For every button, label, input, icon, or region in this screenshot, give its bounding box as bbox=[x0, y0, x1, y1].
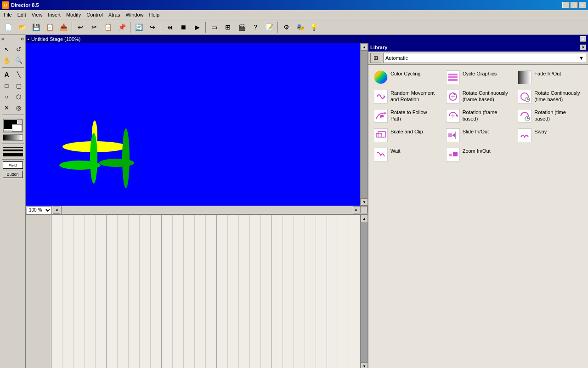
new-button[interactable]: 📄 bbox=[2, 21, 15, 33]
fade-icon bbox=[518, 70, 531, 84]
stop-button[interactable]: ⏹ bbox=[177, 21, 190, 33]
svg-marker-29 bbox=[452, 133, 455, 137]
film-loop-button[interactable]: 🎬 bbox=[235, 21, 248, 33]
library-item-fade[interactable]: Fade In/Out bbox=[516, 69, 584, 86]
timeline-scroll-up[interactable]: ▲ bbox=[361, 215, 368, 222]
minimize-button[interactable]: _ bbox=[562, 2, 570, 8]
scroll-up-arrow[interactable]: ▲ bbox=[361, 43, 368, 51]
timeline-vscrollbar[interactable]: ▲ ▼ bbox=[360, 215, 368, 368]
scroll-right-arrow[interactable]: ► bbox=[353, 206, 360, 213]
library-scrollbar[interactable] bbox=[581, 50, 588, 368]
open-button[interactable]: 📂 bbox=[16, 21, 28, 33]
library-item-rotation-frame[interactable]: Rotation (frame-based) bbox=[444, 107, 513, 125]
import-button[interactable]: 📥 bbox=[57, 21, 70, 33]
library-item-sway[interactable]: Sway bbox=[516, 126, 584, 144]
hand-tool[interactable]: ✋ bbox=[1, 55, 12, 65]
timeline-track[interactable] bbox=[361, 222, 368, 362]
menu-insert[interactable]: Insert bbox=[45, 11, 63, 18]
h-scrollbar[interactable] bbox=[62, 206, 353, 214]
menu-file[interactable]: File bbox=[1, 11, 15, 18]
rotate-follow-label: Rotate to Follow Path bbox=[390, 109, 439, 122]
library-view-button[interactable]: ⊞ bbox=[370, 53, 381, 63]
scroll-left-arrow[interactable]: ◄ bbox=[53, 207, 60, 214]
window-controls[interactable]: _ □ × bbox=[562, 2, 586, 8]
library-item-zoom[interactable]: Zoom In/Out bbox=[444, 146, 513, 163]
app-title: Director 8.5 bbox=[11, 2, 39, 8]
maximize-button[interactable]: □ bbox=[571, 2, 578, 8]
menu-xtras[interactable]: Xtras bbox=[106, 11, 123, 18]
library-item-slide[interactable]: Slide In/Out bbox=[444, 126, 513, 144]
cast-button[interactable]: 🎭 bbox=[294, 21, 306, 33]
menu-window[interactable]: Window bbox=[123, 11, 146, 18]
stage-close-button[interactable]: ✕ bbox=[580, 36, 586, 42]
svg-point-6 bbox=[122, 128, 130, 188]
library-item-rotate-cont-frame[interactable]: Rotate Continuously (frame-based) bbox=[444, 88, 513, 105]
gradient-bar[interactable] bbox=[3, 134, 23, 141]
timeline-col bbox=[217, 215, 228, 368]
rotate-tool[interactable]: ↺ bbox=[13, 44, 24, 54]
close-button[interactable]: × bbox=[579, 2, 586, 8]
save-button[interactable]: 💾 bbox=[29, 21, 42, 33]
copy-button[interactable]: 📋 bbox=[102, 21, 114, 33]
stage-button[interactable]: ▭ bbox=[208, 21, 220, 33]
field-button[interactable]: Field bbox=[3, 161, 23, 169]
behavior-button[interactable]: 💡 bbox=[307, 21, 320, 33]
menu-edit[interactable]: Edit bbox=[15, 11, 29, 18]
play-button[interactable]: ▶ bbox=[191, 21, 204, 33]
undo-button[interactable]: ↩ bbox=[74, 21, 87, 33]
background-color[interactable] bbox=[12, 124, 22, 132]
svg-point-8 bbox=[124, 142, 128, 155]
toolbox-refresh[interactable]: ↺ bbox=[21, 37, 24, 41]
stage-vscrollbar[interactable]: ▲ ▼ bbox=[360, 43, 368, 206]
menu-control[interactable]: Control bbox=[84, 11, 105, 18]
cross-tool[interactable]: ✕ bbox=[1, 103, 12, 113]
refresh-button[interactable]: 🔄 bbox=[132, 21, 145, 33]
arrow-tool[interactable]: ↖ bbox=[1, 44, 12, 54]
properties-button[interactable]: ⚙ bbox=[280, 21, 293, 33]
color-preview[interactable] bbox=[3, 119, 23, 132]
library-dropdown[interactable]: Automatic ▼ bbox=[383, 53, 586, 63]
rewind-button[interactable]: ⏮ bbox=[163, 21, 176, 33]
timeline-col bbox=[305, 215, 316, 368]
rotate-follow-icon bbox=[374, 109, 388, 123]
menu-modify[interactable]: Modify bbox=[63, 11, 84, 18]
toolbox-close[interactable]: ✕ bbox=[1, 37, 5, 41]
target-tool[interactable]: ◎ bbox=[13, 103, 24, 113]
library-item-rotate-follow[interactable]: Rotate to Follow Path bbox=[372, 107, 441, 125]
scroll-down-arrow[interactable]: ▼ bbox=[361, 198, 368, 206]
rounded-rect-tool[interactable]: ▢ bbox=[13, 80, 24, 91]
library-item-wait[interactable]: Wait bbox=[372, 146, 441, 163]
redo-button[interactable]: ↪ bbox=[146, 21, 159, 33]
line-style-medium[interactable] bbox=[3, 150, 23, 151]
polygon-tool[interactable]: ⬡ bbox=[13, 92, 24, 102]
line-style-thin[interactable] bbox=[3, 147, 23, 148]
zoom-select[interactable]: 100 % 50 % 75 % 150 % 200 % bbox=[27, 206, 52, 214]
library-item-cycle-graphics[interactable]: Cycle Graphics bbox=[444, 69, 513, 86]
channels-button[interactable]: ⊞ bbox=[221, 21, 234, 33]
cut-button[interactable]: ✂ bbox=[88, 21, 101, 33]
library-item-rotate-cont-time[interactable]: Rotate Continuously (time-based) bbox=[516, 88, 584, 105]
timeline-col bbox=[349, 215, 360, 368]
library-item-random-movement[interactable]: Random Movement and Rotation bbox=[372, 88, 441, 105]
library-item-scale-clip[interactable]: Scale and Clip bbox=[372, 126, 441, 144]
help-btn[interactable]: ? bbox=[249, 21, 262, 33]
scroll-track[interactable] bbox=[361, 51, 368, 198]
stage-canvas[interactable] bbox=[26, 43, 360, 206]
zoom-tool[interactable]: 🔍 bbox=[13, 55, 24, 65]
menu-help[interactable]: Help bbox=[147, 11, 163, 18]
line-tool[interactable]: ╲ bbox=[13, 69, 24, 80]
library-item-color-cycling[interactable]: Color Cycling bbox=[372, 69, 441, 86]
library-item-rotation-time[interactable]: Rotation (time-based) bbox=[516, 107, 584, 125]
text-tool[interactable]: A bbox=[1, 69, 12, 80]
save-as-button[interactable]: 📋 bbox=[43, 21, 56, 33]
rect-tool[interactable]: □ bbox=[1, 80, 12, 91]
timeline-col bbox=[228, 215, 239, 368]
menu-view[interactable]: View bbox=[29, 11, 45, 18]
button-button[interactable]: Button bbox=[3, 171, 23, 178]
svg-marker-9 bbox=[384, 95, 385, 98]
timeline-scroll-down[interactable]: ▼ bbox=[361, 362, 368, 368]
line-style-thick[interactable] bbox=[3, 153, 23, 156]
script-button[interactable]: 📝 bbox=[263, 21, 276, 33]
paste-button[interactable]: 📌 bbox=[115, 21, 128, 33]
ellipse-tool[interactable]: ○ bbox=[1, 92, 12, 102]
